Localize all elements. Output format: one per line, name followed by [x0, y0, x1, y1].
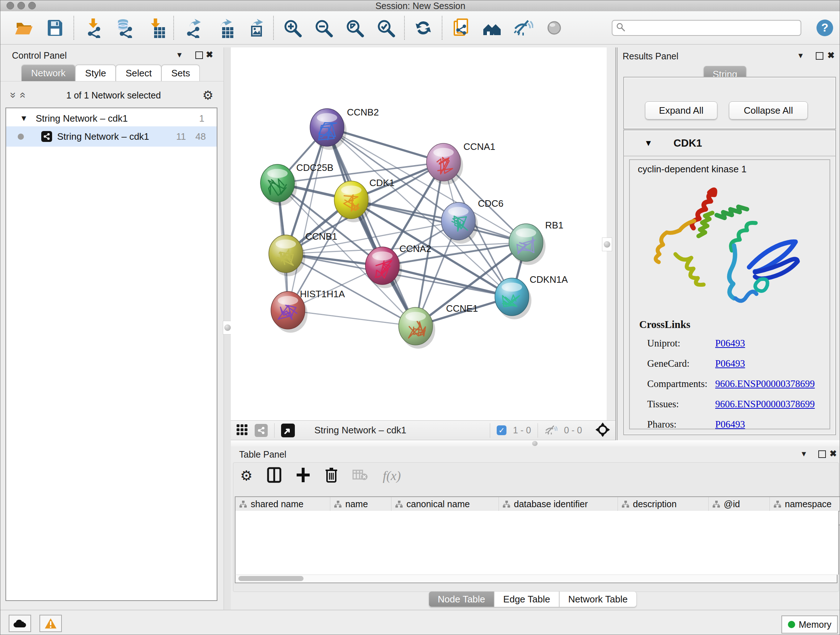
warning-button[interactable]	[39, 615, 62, 632]
results-panel-close-icon[interactable]: ✖	[827, 50, 835, 60]
crosslink-link[interactable]: P06493	[715, 358, 745, 369]
export-table-icon[interactable]	[213, 17, 234, 38]
refresh-icon[interactable]	[413, 17, 434, 38]
control-panel-title: Control Panel	[12, 50, 66, 61]
tab-sets[interactable]: Sets	[161, 65, 200, 81]
node-RB1[interactable]	[509, 224, 546, 265]
home-icon[interactable]	[482, 17, 502, 38]
import-table-icon[interactable]	[144, 17, 165, 38]
crosslink-link[interactable]: P06493	[715, 338, 745, 349]
results-gene-box: ▼ CDK1 cyclin-dependent kinase 1	[623, 130, 836, 435]
gene-header-row[interactable]: ▼ CDK1	[624, 130, 835, 157]
node-label-CDK1: CDK1	[369, 177, 394, 188]
control-panel-float-icon[interactable]: ▾	[177, 50, 182, 60]
string-import-icon[interactable]	[450, 17, 471, 38]
network-options-gear-icon[interactable]: ⚙	[202, 88, 213, 103]
toggle-view-icon[interactable]	[544, 17, 565, 38]
table-settings-gear-icon[interactable]: ⚙	[240, 468, 253, 484]
network-item-label: String Network – cdk1	[57, 131, 149, 142]
hidden-eye-icon[interactable]	[545, 424, 557, 437]
column-header-shared-name[interactable]: shared name	[235, 497, 330, 511]
tab-style[interactable]: Style	[75, 65, 116, 81]
collapse-all-button[interactable]: Collapse All	[729, 101, 808, 119]
help-button[interactable]: ?	[816, 19, 833, 36]
node-CCNA1[interactable]	[426, 143, 463, 185]
search-box[interactable]	[612, 20, 801, 36]
delete-column-icon[interactable]	[325, 467, 338, 485]
tab-network-table[interactable]: Network Table	[559, 591, 637, 607]
node-label-CDC25B: CDC25B	[296, 162, 333, 173]
function-builder-icon: f(x)	[383, 468, 401, 483]
show-columns-icon[interactable]	[267, 467, 281, 485]
table-splitter-handle[interactable]	[532, 441, 538, 446]
zoom-selected-icon[interactable]	[375, 17, 396, 38]
network-tree: ▼ String Network – cdk1 1 String Network…	[5, 108, 218, 601]
network-selection-bar: « » 1 of 1 Network selected ⚙	[0, 85, 224, 105]
edge-CCNB2-HIST1H1A[interactable]	[288, 127, 327, 310]
fit-content-crosshair-icon[interactable]	[595, 422, 610, 439]
tab-network[interactable]: Network	[21, 65, 75, 81]
results-panel-maximize-icon[interactable]	[816, 52, 823, 60]
node-CCNE1[interactable]	[399, 307, 435, 348]
selected-count-checkbox-icon[interactable]: ✓	[497, 425, 507, 435]
network-tree-root-row[interactable]: ▼ String Network – cdk1 1	[6, 111, 217, 126]
memory-button[interactable]: Memory	[782, 616, 838, 633]
export-image-icon[interactable]	[244, 17, 265, 38]
node-CDC25B[interactable]	[261, 165, 297, 206]
add-column-icon[interactable]	[296, 467, 310, 485]
column-header-canonical-name[interactable]: canonical name	[391, 497, 499, 511]
crosslink-label: GeneCard:	[647, 358, 715, 369]
column-header--id[interactable]: @id	[708, 497, 769, 511]
expand-all-networks-icon[interactable]: »	[16, 92, 28, 98]
string-view-icon[interactable]	[255, 424, 268, 437]
export-network-icon[interactable]	[182, 17, 203, 38]
crosslink-link[interactable]: P06493	[715, 419, 745, 430]
hide-unhide-icon[interactable]	[513, 17, 534, 38]
network-edge-count: 48	[195, 131, 206, 142]
control-panel-maximize-icon[interactable]	[195, 51, 203, 59]
memory-label: Memory	[799, 619, 831, 630]
table-hscrollbar-thumb[interactable]	[238, 576, 303, 581]
node-CCNB2[interactable]	[310, 109, 347, 150]
control-panel: Control Panel ▾ ✖ NetworkStyleSelectSets…	[0, 48, 224, 610]
results-panel-float-icon[interactable]: ▾	[798, 50, 803, 60]
zoom-fit-icon[interactable]	[344, 17, 365, 38]
zoom-in-icon[interactable]	[282, 17, 303, 38]
node-label-CCNB1: CCNB1	[305, 231, 337, 242]
search-input[interactable]	[628, 22, 797, 33]
table-panel-maximize-icon[interactable]	[818, 450, 826, 458]
tab-edge-table[interactable]: Edge Table	[494, 591, 559, 607]
control-panel-close-icon[interactable]: ✖	[206, 50, 213, 60]
zoom-out-icon[interactable]	[313, 17, 334, 38]
node-CDKN1A[interactable]	[495, 278, 531, 319]
node-CCNA2[interactable]	[365, 247, 402, 288]
save-session-icon[interactable]	[44, 17, 65, 38]
network-canvas[interactable]: CCNB2CCNA1CDC25BCDK1CDC6RB1CCNB1CCNA2CDK…	[231, 48, 607, 420]
tree-expander-icon[interactable]: ▼	[20, 114, 28, 123]
column-header-description[interactable]: description	[617, 497, 708, 511]
tab-select[interactable]: Select	[116, 65, 161, 81]
column-header-name[interactable]: name	[330, 497, 391, 511]
gene-expander-icon[interactable]: ▼	[644, 138, 653, 148]
network-view: CCNB2CCNA1CDC25BCDK1CDC6RB1CCNB1CCNA2CDK…	[231, 48, 615, 440]
grid-view-icon[interactable]	[236, 424, 248, 437]
table-panel-float-icon[interactable]: ▾	[802, 448, 806, 459]
import-database-icon[interactable]	[113, 17, 134, 38]
crosslink-link[interactable]: 9606.ENSP00000378699	[715, 399, 815, 410]
column-header-namespace[interactable]: namespace	[769, 497, 840, 511]
column-header-database-identifier[interactable]: database identifier	[499, 497, 617, 511]
node-CDK1[interactable]	[334, 181, 371, 222]
table-hscrollbar[interactable]	[235, 575, 837, 583]
search-icon	[616, 22, 625, 33]
table-panel-close-icon[interactable]: ✖	[829, 448, 837, 459]
right-splitter-handle[interactable]	[602, 238, 612, 251]
birdseye-view-icon[interactable]	[281, 424, 295, 437]
tab-node-table[interactable]: Node Table	[429, 591, 494, 607]
crosslink-link[interactable]: 9606.ENSP00000378699	[715, 378, 815, 390]
import-network-icon[interactable]	[82, 17, 103, 38]
network-tree-selected-row[interactable]: String Network – cdk1 11 48	[6, 126, 217, 147]
node-label-CDC6: CDC6	[478, 198, 504, 209]
cloud-button[interactable]	[9, 615, 31, 632]
open-session-icon[interactable]	[13, 17, 34, 38]
expand-all-button[interactable]: Expand All	[645, 101, 717, 119]
